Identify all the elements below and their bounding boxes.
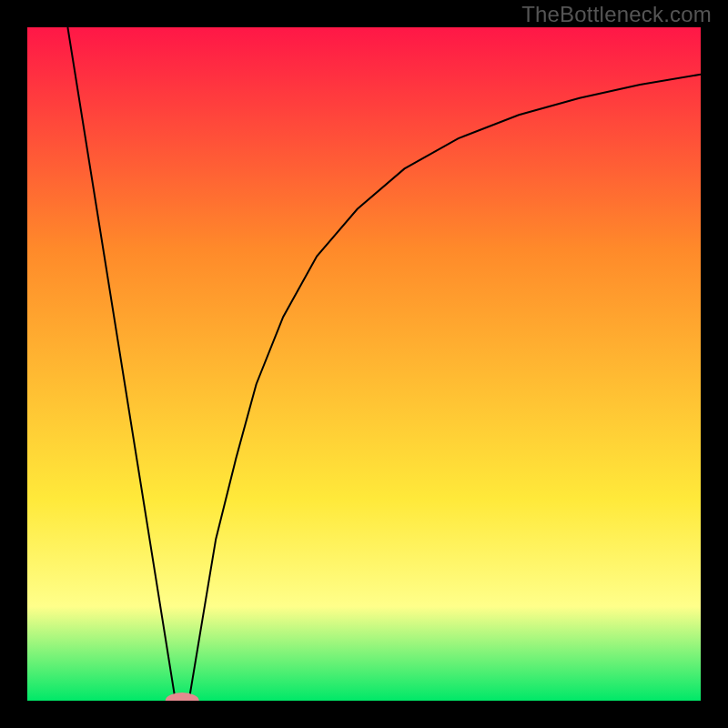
chart-outer-frame: TheBottleneck.com [0,0,728,728]
watermark-text: TheBottleneck.com [521,2,712,27]
plot-area [27,27,701,701]
chart-svg [27,27,701,701]
chart-background [27,27,701,701]
